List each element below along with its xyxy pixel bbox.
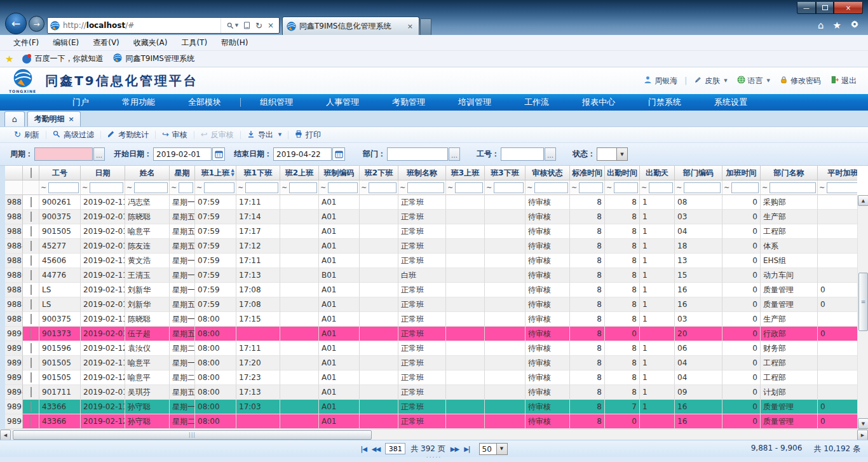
column-filter-input-14[interactable] — [579, 182, 603, 193]
menu-item[interactable]: 查看(V) — [86, 37, 126, 48]
browser-tab[interactable]: 同鑫T9IMS信息化管理系统 × — [282, 17, 419, 35]
table-row[interactable]: 98909013732019-02-01伍子超星期五08:00A01正常班待审核… — [5, 327, 857, 341]
home-icon[interactable]: ⌂ — [818, 20, 824, 31]
table-row[interactable]: 9888LS2019-02-01刘新华星期五07:5917:08A01正常班待审… — [5, 297, 857, 312]
scroll-down-button[interactable]: ▼ — [858, 418, 868, 429]
scroll-right-button[interactable]: ▶ — [857, 430, 868, 440]
url-text[interactable]: http://localhost/# — [63, 21, 220, 30]
menu-item[interactable]: 收藏夹(A) — [126, 37, 175, 48]
dept-input[interactable] — [387, 147, 448, 161]
table-row[interactable]: 9887LS2019-02-11刘新华星期一07:5917:08A01正常班待审… — [5, 283, 857, 297]
column-filter-input-1[interactable] — [48, 182, 79, 193]
nav-item-6[interactable]: 考勤管理 — [376, 97, 442, 108]
compatibility-view-icon[interactable] — [243, 22, 250, 29]
period-input[interactable] — [34, 147, 93, 161]
nav-item-1[interactable]: 门户 — [56, 97, 105, 108]
toolbar-button-6[interactable]: 导出▼ — [241, 130, 288, 140]
close-button[interactable]: × — [834, 2, 863, 14]
table-row[interactable]: 9895433662019-02-11孙守聪星期一08:0017:03A01正常… — [5, 400, 857, 414]
scroll-up-button[interactable]: ▲ — [858, 195, 868, 206]
column-header-15[interactable]: 出勤时间 — [605, 166, 640, 180]
nav-item-2[interactable]: 常用功能 — [105, 97, 172, 108]
tab-close-icon[interactable]: × — [68, 115, 74, 123]
column-filter-input-12[interactable] — [494, 182, 524, 193]
refresh-page-icon[interactable]: ↻ — [255, 21, 262, 31]
table-row[interactable]: 98899003752019-02-11陈晓聪星期一08:0017:15A01正… — [5, 312, 857, 327]
nav-item-10[interactable]: 门禁系统 — [632, 97, 698, 108]
column-header-2[interactable]: 日期 — [81, 166, 125, 180]
address-bar[interactable]: http://localhost/# ▼ ↻ × — [47, 17, 280, 34]
end-date-calendar-icon[interactable] — [332, 147, 345, 161]
skin-menu[interactable]: 皮肤▼ — [691, 76, 729, 86]
column-header-6[interactable]: 班1下班 — [236, 166, 280, 180]
tab-home[interactable]: ⌂ — [4, 111, 25, 126]
column-header-14[interactable]: 标准时间 — [570, 166, 605, 180]
table-row[interactable]: 98819002612019-02-11冯志坚星期一07:5917:11A01正… — [5, 195, 857, 210]
table-row[interactable]: 9885456062019-02-11黄文浩星期一07:5917:11A01正常… — [5, 254, 857, 268]
last-page-button[interactable]: ▶| — [464, 445, 470, 452]
nav-item-7[interactable]: 培训管理 — [442, 97, 508, 108]
menu-item[interactable]: 文件(F) — [6, 37, 46, 48]
vertical-scroll-thumb[interactable]: ≡ — [858, 273, 868, 331]
scroll-left-button[interactable]: ◀ — [0, 430, 11, 440]
row-checkbox[interactable] — [31, 197, 32, 207]
nav-item-5[interactable]: 人事管理 — [309, 97, 376, 108]
row-checkbox[interactable] — [31, 226, 32, 236]
row-checkbox[interactable] — [31, 329, 32, 339]
table-row[interactable]: 98939015052019-02-12喻意平星期二08:0017:23A01正… — [5, 370, 857, 385]
tab-close-icon[interactable]: × — [405, 22, 415, 31]
column-filter-input-20[interactable] — [827, 182, 857, 193]
row-checkbox[interactable] — [31, 314, 32, 324]
table-row[interactable]: 9896433662019-02-12孙守聪星期二08:00A01正常班待审核8… — [5, 414, 857, 429]
column-filter-input-13[interactable] — [534, 182, 568, 193]
table-row[interactable]: 98919015962019-02-12袁汝仪星期二08:0017:11A01正… — [5, 341, 857, 356]
start-date-calendar-icon[interactable] — [212, 147, 225, 161]
column-filter-input-9[interactable] — [369, 182, 397, 193]
column-header-4[interactable]: 星期 — [170, 166, 195, 180]
horizontal-scroll-thumb[interactable]: ||| — [13, 430, 372, 440]
menu-item[interactable]: 工具(T) — [174, 37, 214, 48]
table-row[interactable]: 9884452772019-02-01陈友连星期五07:5917:12A01正常… — [5, 239, 857, 254]
table-row[interactable]: 9886447762019-02-11王清玉星期一07:5917:13B01白班… — [5, 268, 857, 283]
nav-item-9[interactable]: 报表中心 — [566, 97, 632, 108]
logout-button[interactable]: 退出 — [828, 76, 859, 86]
row-checkbox[interactable] — [31, 343, 32, 353]
column-header-17[interactable]: 部门编码 — [675, 166, 722, 180]
column-header-16[interactable]: 出勤天 — [640, 166, 675, 180]
column-header-3[interactable]: 姓名 — [125, 166, 170, 180]
column-filter-input-3[interactable] — [134, 182, 168, 193]
empno-picker-button[interactable]: … — [545, 147, 556, 161]
column-header-8[interactable]: 班制编码 — [319, 166, 360, 180]
column-filter-input-15[interactable] — [614, 182, 638, 193]
new-tab-stub[interactable] — [420, 18, 431, 35]
browser-back-button[interactable]: ← — [5, 13, 27, 34]
column-filter-input-11[interactable] — [455, 182, 483, 193]
favorite-item[interactable]: 同鑫T9IMS管理系统 — [109, 53, 198, 64]
menu-item[interactable]: 编辑(E) — [46, 37, 86, 48]
prev-page-button[interactable]: ◀◀ — [372, 445, 380, 452]
column-header-13[interactable]: 审核状态 — [526, 166, 570, 180]
column-filter-input-18[interactable] — [731, 182, 759, 193]
change-password-button[interactable]: 修改密码 — [777, 76, 824, 86]
table-row[interactable]: 98829003752019-02-01陈晓聪星期五07:5917:14A01正… — [5, 210, 857, 224]
column-filter-input-5[interactable] — [204, 182, 234, 193]
row-checkbox[interactable] — [31, 255, 32, 266]
column-header-11[interactable]: 班3上班 — [446, 166, 485, 180]
browser-forward-button[interactable]: → — [29, 16, 44, 32]
nav-item-3[interactable]: 全部模块 — [172, 97, 238, 108]
row-checkbox[interactable] — [31, 402, 32, 412]
row-checkbox[interactable] — [31, 241, 32, 251]
row-checkbox[interactable] — [31, 270, 32, 280]
start-date-input[interactable] — [153, 147, 212, 161]
column-filter-input-2[interactable] — [90, 182, 123, 193]
row-checkbox[interactable] — [31, 212, 32, 222]
column-header-7[interactable]: 班2上班 — [280, 166, 319, 180]
minimize-button[interactable]: — — [797, 2, 816, 14]
first-page-button[interactable]: |◀ — [360, 445, 366, 452]
nav-item-4[interactable]: 组织管理 — [243, 97, 309, 108]
row-checkbox[interactable] — [31, 299, 32, 309]
column-header-10[interactable]: 班制名称 — [398, 166, 446, 180]
search-icon[interactable]: ▼ — [227, 22, 238, 29]
page-number-input[interactable] — [385, 443, 405, 454]
status-select[interactable]: ▼ — [597, 147, 628, 161]
